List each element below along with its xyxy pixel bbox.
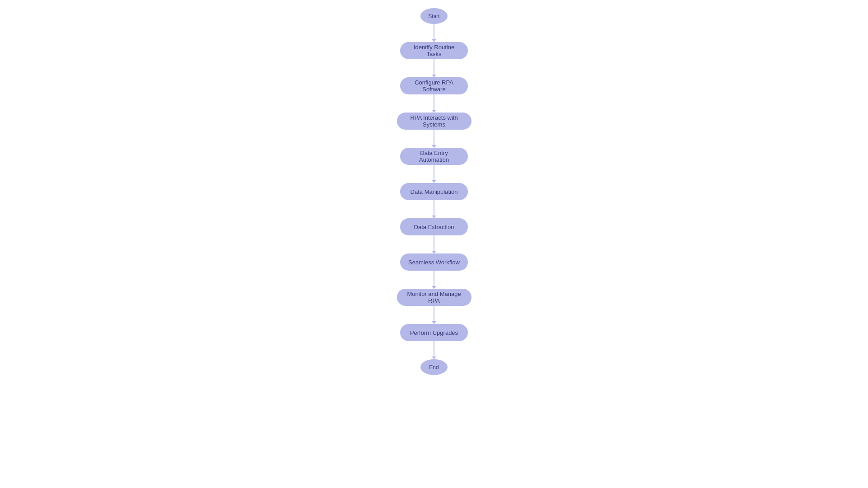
node-identify-routine-tasks: Identify Routine Tasks [400, 42, 468, 59]
connector-9 [434, 306, 434, 324]
connector-2 [434, 59, 434, 77]
node-start: Start [420, 8, 448, 24]
node-perform-upgrades: Perform Upgrades [400, 324, 468, 341]
connector-10 [434, 341, 434, 359]
connector-7 [434, 235, 434, 253]
connector-1 [434, 24, 434, 42]
node-end: End [420, 359, 448, 375]
node-configure-rpa-software: Configure RPA Software [400, 77, 468, 94]
node-data-manipulation: Data Manipulation [400, 183, 468, 200]
node-monitor-and-manage-rpa: Monitor and Manage RPA [397, 289, 472, 306]
connector-6 [434, 200, 434, 218]
node-data-extraction: Data Extraction [400, 218, 468, 235]
connector-8 [434, 271, 434, 289]
connector-4 [434, 130, 434, 148]
node-rpa-interacts-with-systems: RPA Interacts with Systems [397, 113, 472, 130]
connector-5 [434, 165, 434, 183]
connector-3 [434, 94, 434, 113]
node-data-entry-automation: Data Entry Automation [400, 148, 468, 165]
flowchart: Start Identify Routine Tasks Configure R… [0, 0, 868, 488]
node-seamless-workflow: Seamless Workflow [400, 253, 468, 271]
